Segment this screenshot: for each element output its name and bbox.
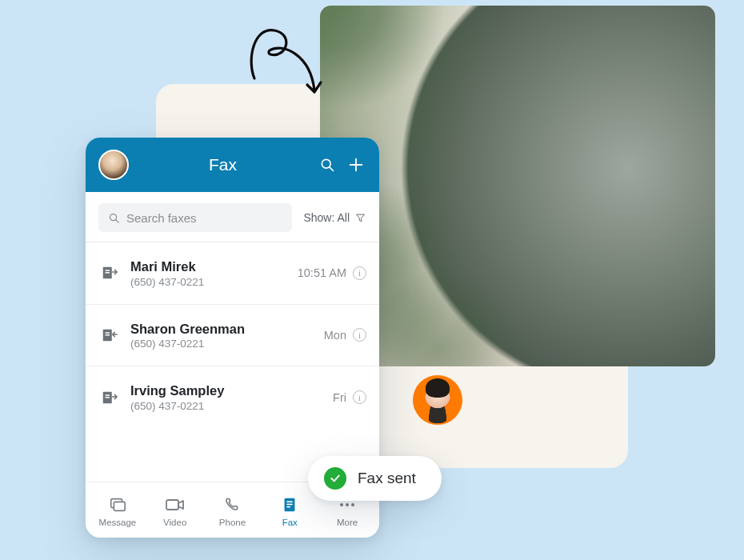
tab-video[interactable]: Video — [146, 494, 204, 527]
fax-out-icon — [100, 263, 119, 282]
fax-contact-phone: (650) 437-0221 — [130, 338, 313, 350]
message-icon — [108, 494, 127, 515]
fax-in-icon — [100, 326, 119, 345]
svg-point-23 — [346, 503, 349, 506]
tab-label: Message — [99, 518, 137, 527]
svg-rect-10 — [106, 332, 110, 333]
tab-fax[interactable]: Fax — [261, 494, 318, 527]
search-icon[interactable] — [317, 154, 338, 175]
tab-label: Video — [163, 518, 186, 527]
svg-rect-17 — [166, 500, 178, 510]
svg-rect-20 — [287, 504, 293, 506]
search-input[interactable]: Search faxes — [98, 203, 292, 232]
arrow-decor — [226, 10, 330, 106]
fax-time: Mon — [324, 329, 346, 342]
svg-rect-7 — [106, 270, 110, 271]
contact-avatar — [413, 375, 462, 425]
info-icon[interactable]: i — [353, 266, 366, 280]
svg-rect-11 — [106, 334, 110, 335]
fax-time: Fri — [333, 391, 346, 404]
phone-icon — [223, 494, 241, 515]
filter-icon — [354, 212, 366, 224]
video-icon — [165, 494, 186, 515]
fax-sent-toast: Fax sent — [308, 456, 442, 501]
info-icon[interactable]: i — [353, 328, 366, 342]
svg-rect-8 — [106, 272, 110, 273]
app-header: Fax — [86, 138, 379, 192]
svg-rect-14 — [106, 397, 110, 398]
filter-button[interactable]: Show: All — [303, 211, 366, 224]
fax-item[interactable]: Mari Mirek (650) 437-0221 10:51 AM i — [86, 242, 379, 305]
plus-icon[interactable] — [346, 154, 366, 175]
tab-label: More — [337, 518, 358, 527]
svg-rect-13 — [106, 394, 110, 395]
fax-contact-name: Sharon Greenman — [130, 321, 313, 338]
svg-rect-21 — [287, 506, 291, 508]
fax-contact-name: Mari Mirek — [130, 258, 286, 275]
search-placeholder: Search faxes — [126, 211, 197, 225]
tab-phone[interactable]: Phone — [204, 494, 262, 527]
search-icon — [108, 212, 120, 224]
svg-point-22 — [340, 503, 343, 506]
toast-text: Fax sent — [358, 470, 416, 487]
fax-item[interactable]: Irving Sampley (650) 437-0221 Fri i — [86, 366, 379, 428]
fax-contact-phone: (650) 437-0221 — [130, 400, 322, 412]
hero-photo — [320, 6, 715, 366]
svg-line-5 — [116, 219, 118, 222]
svg-rect-19 — [287, 501, 293, 502]
fax-contact-phone: (650) 437-0221 — [130, 276, 286, 288]
profile-avatar[interactable] — [98, 150, 129, 180]
fax-item[interactable]: Sharon Greenman (650) 437-0221 Mon i — [86, 305, 379, 367]
filter-label: Show: All — [303, 211, 350, 224]
fax-time: 10:51 AM — [298, 266, 346, 279]
success-check-icon — [324, 467, 346, 490]
svg-point-24 — [351, 503, 354, 506]
fax-tab-icon — [282, 494, 298, 515]
fax-contact-name: Irving Sampley — [130, 382, 322, 399]
svg-rect-16 — [114, 502, 125, 510]
search-row: Search faxes Show: All — [86, 192, 379, 242]
tab-label: Fax — [282, 518, 298, 527]
tab-message[interactable]: Message — [89, 494, 146, 527]
svg-line-1 — [330, 167, 334, 171]
fax-list: Mari Mirek (650) 437-0221 10:51 AM i Sha… — [86, 242, 379, 482]
page-title: Fax — [180, 155, 265, 174]
fax-out-icon — [100, 388, 119, 407]
tab-label: Phone — [219, 518, 246, 527]
info-icon[interactable]: i — [353, 390, 366, 404]
